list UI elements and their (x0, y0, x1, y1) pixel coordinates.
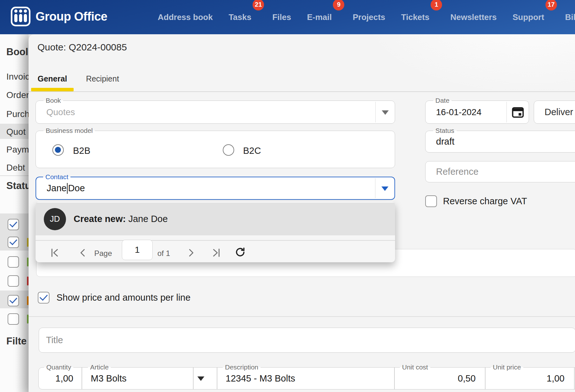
delivery-date-field[interactable]: Deliver (534, 101, 575, 124)
sidebar-header-status: Statu (6, 180, 31, 192)
status-checkbox-2[interactable] (8, 237, 19, 248)
radio-b2c[interactable] (223, 144, 234, 156)
contact-dropdown-panel: JD Create new: Jane Doe Page of 1 (36, 201, 395, 262)
create-new-name: Jane Doe (126, 214, 168, 224)
nav-item-tasks[interactable]: Tasks 21 (228, 12, 251, 22)
nav-item-support[interactable]: Support 17 (512, 12, 544, 22)
avatar: JD (44, 208, 66, 230)
sidebar-item-payments[interactable]: Paym (6, 145, 29, 155)
sidebar-header-books: Bool (6, 46, 28, 58)
unit-cost-input[interactable]: 0,50 (394, 368, 476, 389)
tab-general[interactable]: General (31, 70, 74, 88)
status-field[interactable]: Status draft (425, 131, 575, 153)
sidebar-item-orders[interactable]: Order (6, 90, 29, 100)
sidebar-item-debtors[interactable]: Debt (6, 163, 25, 173)
refresh-icon[interactable] (235, 247, 245, 257)
radio-b2b[interactable] (52, 144, 64, 156)
nav-item-projects[interactable]: Projects (353, 12, 385, 22)
chevron-down-icon[interactable] (381, 186, 388, 191)
text-cursor (67, 183, 68, 194)
reverse-charge-vat-checkbox[interactable] (425, 195, 437, 207)
radio-b2b-label[interactable]: B2B (73, 146, 90, 156)
page-label: Page (94, 249, 112, 258)
nav-item-newsletters[interactable]: Newsletters (450, 12, 497, 22)
sidebar-item-purchase[interactable]: Purch (6, 109, 30, 119)
page-number-input[interactable] (122, 240, 153, 260)
title-placeholder: Title (46, 328, 63, 352)
sidebar-selected-highlight (0, 124, 29, 139)
quote-dialog: Quote: Q2024-00085 General Recipient Boo… (29, 34, 575, 392)
previous-page-button[interactable] (78, 248, 88, 258)
status-checkbox-6[interactable] (8, 313, 19, 325)
reference-placeholder: Reference (436, 161, 479, 182)
group-office-logo-icon (11, 7, 30, 26)
nav-item-billing[interactable]: Billing (565, 12, 575, 22)
brand-name: Group Office (36, 10, 107, 23)
support-count-badge: 17 (545, 0, 557, 10)
nav-menu: Address book Tasks 21 Files E-mail 9 Pro… (158, 0, 575, 34)
status-checkbox-5[interactable] (8, 295, 19, 306)
brand[interactable]: Group Office (11, 7, 107, 26)
nav-item-files[interactable]: Files (272, 12, 291, 22)
title-field[interactable]: Title (39, 328, 575, 353)
book-field-value: Quotes (46, 101, 75, 123)
status-row-highlight (0, 291, 29, 308)
calendar-icon[interactable] (512, 106, 524, 118)
section-divider (29, 316, 575, 317)
status-checkbox-1[interactable] (8, 219, 19, 230)
show-price-checkbox[interactable] (38, 292, 50, 304)
reverse-charge-vat-label[interactable]: Reverse charge VAT (443, 196, 527, 206)
top-nav: Group Office Address book Tasks 21 Files… (0, 0, 575, 34)
business-model-label: Business model (43, 127, 95, 134)
show-price-label[interactable]: Show price and amounts per line (56, 292, 190, 303)
delivery-field-text: Deliver (545, 101, 573, 123)
field-separator (375, 178, 376, 198)
page-of-label: of 1 (157, 249, 170, 258)
book-field[interactable]: Book Quotes (36, 101, 395, 124)
quantity-input[interactable]: 1,00 (39, 368, 73, 389)
last-page-button[interactable] (211, 248, 221, 258)
active-tab-underline (31, 88, 74, 91)
sidebar-item-invoices[interactable]: Invoic (6, 72, 30, 82)
status-field-value: draft (436, 131, 454, 152)
quote-item-row: Quantity Article Description Unit cost U… (38, 367, 575, 389)
nav-item-email[interactable]: E-mail 9 (307, 12, 332, 22)
nav-item-tickets[interactable]: Tickets 1 (401, 12, 429, 22)
create-new-label: Create new: (74, 214, 126, 224)
sidebar-item-quotes[interactable]: Quot (6, 127, 26, 137)
tickets-count-badge: 1 (431, 0, 442, 10)
field-separator (375, 102, 376, 122)
description-input[interactable]: 12345 - M3 Bolts (226, 368, 295, 389)
article-select[interactable]: M3 Bolts (91, 368, 127, 389)
sidebar: Bool Invoic Order Purch Quot Paym Debt S… (0, 34, 29, 392)
unit-price-input[interactable]: 1,00 (485, 368, 565, 389)
dialog-title: Quote: Q2024-00085 (37, 42, 127, 53)
tasks-count-badge: 21 (253, 0, 264, 10)
article-chevron-down-icon[interactable] (197, 376, 204, 381)
status-row-highlight (0, 213, 29, 251)
date-field[interactable]: Date 16-01-2024 (425, 101, 529, 124)
tab-strip-divider (29, 91, 575, 92)
first-page-button[interactable] (50, 248, 60, 258)
nav-item-address-book[interactable]: Address book (158, 12, 213, 22)
status-checkbox-3[interactable] (8, 256, 19, 268)
sidebar-header-filter: Filte (6, 336, 27, 347)
create-new-contact-option[interactable]: JD Create new: Jane Doe (36, 203, 395, 235)
email-count-badge: 9 (333, 0, 344, 10)
date-field-value: 16-01-2024 (436, 101, 481, 123)
status-checkbox-4[interactable] (8, 275, 19, 287)
next-page-button[interactable] (186, 248, 196, 258)
dropdown-divider (36, 240, 395, 241)
sidebar-divider (0, 175, 29, 176)
tab-recipient[interactable]: Recipient (79, 70, 126, 88)
radio-b2c-label[interactable]: B2C (243, 146, 261, 156)
business-model-fieldset: Business model B2B B2C (36, 131, 395, 168)
contact-field-value: Jane Doe (47, 177, 85, 199)
chevron-down-icon[interactable] (382, 110, 389, 115)
contact-field[interactable]: Contact Jane Doe (36, 177, 395, 200)
reference-field[interactable]: Reference (425, 161, 575, 182)
field-separator (506, 102, 507, 122)
